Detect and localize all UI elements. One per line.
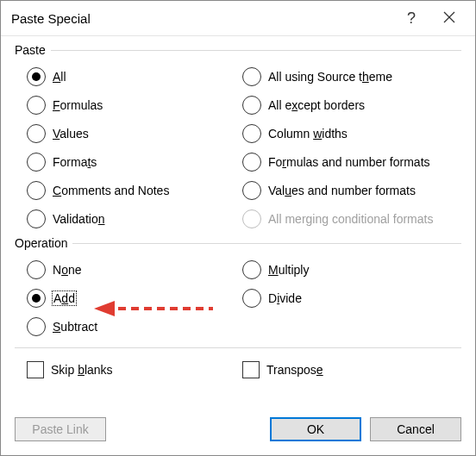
radio-icon: [242, 67, 261, 86]
radio-label: Formulas and number formats: [268, 155, 430, 169]
radio-label: All except borders: [268, 98, 365, 112]
radio-multiply[interactable]: Multiply: [242, 255, 461, 284]
checkbox-icon: [27, 361, 44, 378]
radio-label: Comments and Notes: [53, 184, 169, 197]
cancel-button[interactable]: Cancel: [370, 417, 461, 441]
radio-all[interactable]: All: [27, 62, 242, 91]
checkbox-skip-blanks[interactable]: Skip blanks: [27, 355, 242, 384]
help-icon: ?: [407, 9, 416, 28]
divider: [72, 243, 461, 244]
radio-source-theme[interactable]: All using Source theme: [242, 62, 461, 91]
radio-subtract[interactable]: Subtract: [27, 312, 242, 340]
close-button[interactable]: [430, 4, 468, 32]
checkbox-icon: [242, 361, 260, 378]
radio-column-widths[interactable]: Column widths: [242, 119, 461, 147]
radio-icon: [242, 289, 261, 308]
radio-label: All merging conditional formats: [268, 212, 433, 226]
checkbox-label: Skip blanks: [51, 363, 113, 377]
dialog-title: Paste Special: [11, 11, 392, 26]
radio-label: Formulas: [53, 98, 103, 112]
radio-icon: [242, 260, 261, 279]
checkbox-label: Transpose: [266, 363, 323, 377]
radio-label: Values and number formats: [268, 184, 416, 197]
radio-icon: [27, 260, 46, 279]
radio-label: All using Source theme: [268, 70, 392, 84]
radio-icon: [27, 153, 46, 172]
radio-formulas[interactable]: Formulas: [27, 91, 242, 119]
radio-label: Validation: [53, 212, 104, 226]
radio-icon: [242, 181, 261, 200]
radio-formulas-number-formats[interactable]: Formulas and number formats: [242, 147, 461, 176]
radio-comments[interactable]: Comments and Notes: [27, 176, 242, 204]
radio-none[interactable]: None: [27, 255, 242, 284]
radio-label: Subtract: [53, 320, 97, 334]
radio-label: Formats: [53, 155, 97, 169]
radio-icon: [27, 317, 46, 336]
radio-label: Column widths: [268, 127, 348, 141]
radio-divide[interactable]: Divide: [242, 284, 461, 312]
radio-values[interactable]: Values: [27, 119, 242, 147]
radio-label: Values: [53, 127, 89, 141]
operation-group-label: Operation: [15, 236, 67, 250]
operation-group: Operation NoneAddSubtract MultiplyDivide: [15, 236, 461, 340]
radio-icon: [242, 96, 261, 115]
divider: [51, 50, 461, 51]
checkbox-transpose[interactable]: Transpose: [242, 355, 461, 384]
help-button[interactable]: ?: [392, 4, 430, 32]
radio-icon: [27, 181, 46, 200]
radio-label: Divide: [268, 291, 302, 305]
ok-button[interactable]: OK: [270, 417, 361, 441]
radio-icon: [242, 153, 261, 172]
titlebar: Paste Special ?: [1, 1, 475, 36]
radio-label: Multiply: [268, 263, 309, 277]
radio-icon: [242, 209, 261, 228]
radio-values-number-formats[interactable]: Values and number formats: [242, 176, 461, 204]
radio-icon: [242, 124, 261, 143]
dialog-footer: Paste Link OK Cancel: [15, 417, 461, 441]
radio-validation[interactable]: Validation: [27, 204, 242, 233]
radio-merging-conditional: All merging conditional formats: [242, 204, 461, 233]
paste-group: Paste AllFormulasValuesFormatsComments a…: [15, 43, 461, 233]
radio-label: Add: [53, 291, 76, 305]
divider: [15, 347, 461, 348]
radio-except-borders[interactable]: All except borders: [242, 91, 461, 119]
paste-link-button: Paste Link: [15, 417, 106, 441]
radio-add[interactable]: Add: [27, 284, 242, 312]
radio-icon: [27, 289, 46, 308]
radio-label: None: [53, 263, 82, 277]
paste-special-dialog: Paste Special ? Paste AllFormulasValuesF…: [0, 0, 476, 456]
radio-icon: [27, 67, 46, 86]
radio-icon: [27, 124, 46, 143]
radio-icon: [27, 209, 46, 228]
radio-formats[interactable]: Formats: [27, 147, 242, 176]
radio-icon: [27, 96, 46, 115]
paste-group-label: Paste: [15, 43, 46, 57]
radio-label: All: [53, 70, 66, 84]
close-icon: [443, 9, 455, 28]
